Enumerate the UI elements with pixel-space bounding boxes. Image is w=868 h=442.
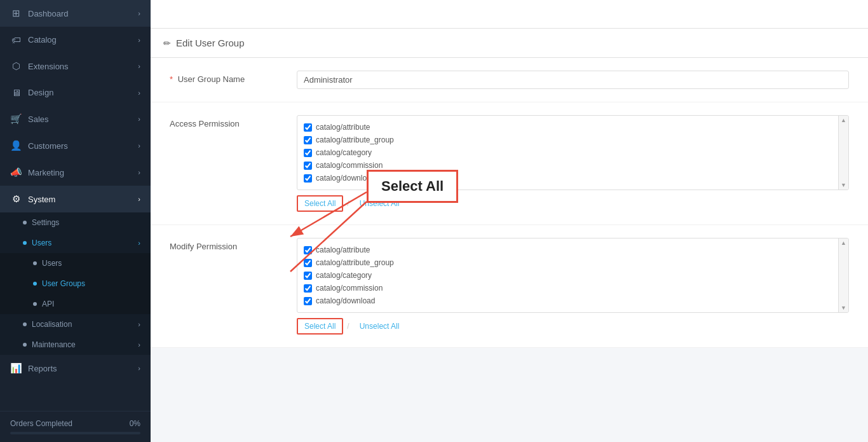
separator: / [347, 199, 349, 208]
scroll-down-icon[interactable]: ▼ [841, 182, 846, 188]
dot-icon [33, 282, 37, 286]
sidebar-sub-label: API [42, 300, 54, 308]
dot-icon [23, 241, 27, 245]
required-star: * [170, 74, 173, 84]
permission-label: catalog/commission [316, 161, 383, 170]
access-permission-label: Access Permission [170, 115, 297, 128]
permission-item: catalog/commission [304, 282, 842, 294]
access-permission-list: catalog/attributecatalog/attribute_group… [297, 116, 848, 190]
marketing-icon: 📣 [10, 167, 22, 178]
chevron-right-icon: › [138, 169, 140, 176]
dot-icon [33, 302, 37, 306]
dashboard-icon: ⊞ [10, 8, 22, 19]
sidebar-sub-label: User Groups [42, 279, 85, 288]
extensions-icon: ⬡ [10, 60, 22, 72]
sidebar-item-marketing[interactable]: 📣 Marketing › [0, 159, 151, 186]
sidebar-item-design[interactable]: 🖥 Design › [0, 79, 151, 106]
sidebar-sub-label: Maintenance [32, 340, 76, 349]
sidebar-item-settings[interactable]: Settings [0, 212, 151, 233]
permission-label: catalog/attribute_group [316, 258, 394, 267]
user-group-name-row: * User Group Name [151, 58, 868, 102]
catalog-icon: 🏷 [10, 34, 22, 45]
permission-item: catalog/commission [304, 159, 842, 172]
chevron-right-icon: › [138, 341, 140, 349]
orders-progress-bar-container [10, 432, 140, 434]
permission-checkbox[interactable] [304, 284, 312, 293]
sidebar-item-label: System [28, 195, 55, 204]
permission-item: catalog/attribute_group [304, 134, 842, 146]
dot-icon [23, 322, 27, 326]
sidebar-item-extensions[interactable]: ⬡ Extensions › [0, 53, 151, 79]
sidebar-item-label: Customers [28, 141, 68, 151]
permission-checkbox[interactable] [304, 297, 312, 305]
chevron-down-icon: › [138, 195, 140, 203]
sidebar-sub-label: Users [32, 238, 51, 247]
access-permission-row: Access Permission catalog/attributecatal… [151, 102, 868, 225]
permission-checkbox[interactable] [304, 162, 312, 170]
chevron-right-icon: › [138, 321, 140, 328]
sidebar-item-maintenance[interactable]: Maintenance › [0, 335, 151, 355]
scroll-up-icon[interactable]: ▲ [841, 240, 846, 246]
modify-unselect-all-button[interactable]: Unselect All [353, 319, 406, 333]
sidebar-item-label: Reports [28, 364, 57, 373]
sales-icon: 🛒 [10, 113, 22, 125]
sidebar-item-users[interactable]: Users › [0, 233, 151, 253]
chevron-right-icon: › [138, 10, 140, 17]
sidebar-item-user-groups[interactable]: User Groups [0, 273, 151, 294]
sidebar-item-sales[interactable]: 🛒 Sales › [0, 106, 151, 132]
modify-select-all-button[interactable]: Select All [297, 318, 343, 335]
sidebar-item-catalog[interactable]: 🏷 Catalog › [0, 27, 151, 53]
dot-icon [23, 221, 27, 224]
permission-checkbox[interactable] [304, 272, 312, 280]
modify-permission-row: Modify Permission catalog/attributecatal… [151, 225, 868, 348]
pencil-icon: ✏ [163, 38, 171, 48]
sidebar-item-users-users[interactable]: Users [0, 253, 151, 273]
chevron-right-icon: › [138, 364, 140, 372]
permission-checkbox[interactable] [304, 246, 312, 254]
access-permission-box: catalog/attributecatalog/attribute_group… [297, 115, 849, 190]
sidebar-item-label: Sales [28, 114, 49, 124]
access-unselect-all-button[interactable]: Unselect All [353, 197, 406, 211]
design-icon: 🖥 [10, 87, 22, 98]
chevron-right-icon: › [138, 142, 140, 149]
permission-checkbox[interactable] [304, 136, 312, 144]
sidebar-item-dashboard[interactable]: ⊞ Dashboard › [0, 0, 151, 27]
permission-checkbox[interactable] [304, 123, 312, 132]
orders-widget: Orders Completed 0% [0, 411, 151, 442]
permission-label: catalog/download [316, 174, 375, 183]
modify-permission-label: Modify Permission [170, 238, 297, 251]
permission-checkbox[interactable] [304, 149, 312, 157]
modify-permission-container: catalog/attributecatalog/attribute_group… [297, 238, 849, 335]
modify-select-row: Select All / Unselect All [297, 318, 849, 335]
access-scrollbar: ▲ ▼ [838, 116, 848, 190]
scroll-down-icon[interactable]: ▼ [841, 305, 846, 311]
dot-icon [33, 261, 37, 265]
access-select-all-button[interactable]: Select All [297, 195, 343, 212]
orders-label: Orders Completed [10, 419, 72, 428]
system-icon: ⚙ [10, 193, 22, 205]
user-group-name-input[interactable] [297, 71, 849, 89]
chevron-right-icon: › [138, 62, 140, 70]
permission-label: catalog/commission [316, 284, 383, 293]
permission-item: catalog/attribute [304, 244, 842, 256]
sidebar-item-api[interactable]: API [0, 294, 151, 314]
sidebar-item-localisation[interactable]: Localisation › [0, 314, 151, 335]
sidebar-item-system[interactable]: ⚙ System › [0, 186, 151, 212]
sidebar-item-customers[interactable]: 👤 Customers › [0, 132, 151, 159]
scroll-up-icon[interactable]: ▲ [841, 117, 846, 123]
permission-checkbox[interactable] [304, 174, 312, 183]
chevron-right-icon: › [138, 239, 140, 247]
sidebar-sub-label: Localisation [32, 320, 72, 329]
chevron-right-icon: › [138, 115, 140, 123]
chevron-right-icon: › [138, 36, 140, 44]
content-area: ✏ Edit User Group * User Group Name Acce… [151, 29, 868, 442]
permission-checkbox[interactable] [304, 259, 312, 267]
permission-label: catalog/category [316, 148, 372, 157]
permission-label: catalog/attribute_group [316, 135, 394, 144]
modify-permission-list: catalog/attributecatalog/attribute_group… [297, 238, 848, 312]
topbar [151, 0, 868, 29]
sidebar-item-reports[interactable]: 📊 Reports › [0, 355, 151, 382]
reports-icon: 📊 [10, 363, 22, 374]
modify-scrollbar: ▲ ▼ [838, 238, 848, 312]
sidebar-item-label: Marketing [28, 168, 64, 177]
